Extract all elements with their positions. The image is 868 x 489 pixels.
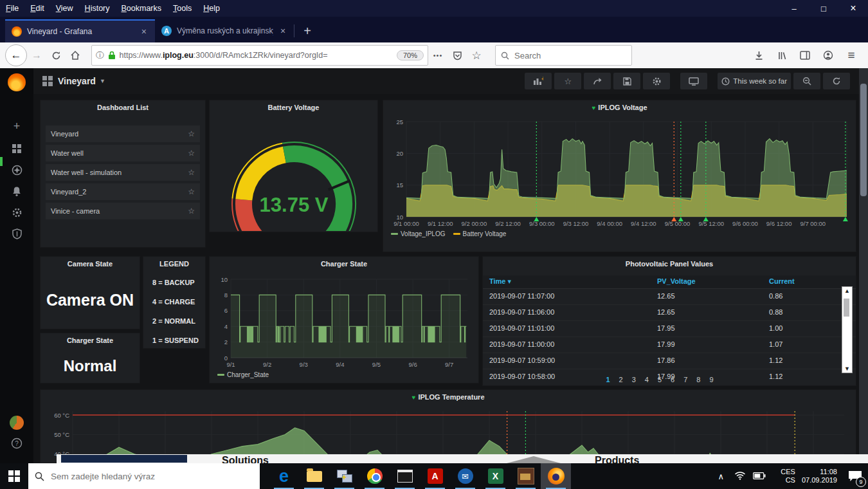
page-3[interactable]: 3 — [632, 376, 636, 383]
server-admin-shield-icon[interactable] — [0, 224, 33, 243]
taskbar-photo-viewer[interactable] — [511, 463, 541, 489]
dashboard-grid-icon[interactable] — [42, 76, 53, 86]
taskbar-search-input[interactable] — [50, 471, 245, 482]
urlbar[interactable]: ⓘ https://www.iplog.eu:3000/d/RAmck1ZRk/… — [91, 45, 428, 66]
downloads-icon[interactable] — [749, 46, 768, 65]
voltage-chart[interactable]: 101520259/1 00:009/1 12:009/2 00:009/2 1… — [387, 118, 852, 228]
menu-help[interactable]: Help — [197, 4, 226, 13]
wifi-icon[interactable] — [730, 471, 750, 482]
reload-button[interactable] — [46, 46, 66, 65]
tray-expand-caret[interactable]: ∧ — [711, 472, 730, 481]
taskbar-edge[interactable]: e — [269, 463, 299, 489]
share-dashboard-button[interactable] — [584, 73, 611, 89]
user-avatar[interactable] — [0, 413, 33, 432]
alerting-bell-icon[interactable] — [0, 181, 33, 201]
panel-title[interactable]: Charger State — [210, 257, 478, 273]
taskbar-firefox[interactable] — [541, 463, 571, 489]
maximize-button[interactable]: □ — [809, 0, 838, 17]
page-9[interactable]: 9 — [709, 376, 713, 383]
cycle-view-mode-button[interactable] — [680, 73, 707, 89]
legend-series[interactable]: Voltage_IPLOG — [401, 230, 446, 237]
panel-title[interactable]: Photovoltaic Panel Values — [483, 257, 856, 273]
taskbar-console[interactable] — [390, 463, 420, 489]
sidebar-toggle-icon[interactable] — [795, 46, 815, 65]
page-8[interactable]: 8 — [696, 376, 700, 383]
panel-title[interactable]: Dashboard List — [41, 100, 205, 116]
grafana-logo-icon[interactable] — [8, 73, 26, 91]
legend-series[interactable]: Charger_State — [227, 371, 269, 378]
star-icon[interactable]: ☆ — [188, 187, 195, 196]
home-button[interactable] — [66, 46, 85, 65]
legend-series[interactable]: Battery Voltage — [463, 230, 507, 237]
scrollbar-thumb[interactable] — [844, 299, 849, 317]
panel-title[interactable]: ♥IPLOG Temperature — [41, 390, 856, 406]
account-icon[interactable] — [818, 46, 838, 65]
dashboard-settings-button[interactable] — [643, 73, 670, 89]
bookmark-star-icon[interactable]: ☆ — [467, 46, 486, 65]
browser-scrollbar[interactable] — [859, 68, 868, 463]
zoom-out-time-button[interactable] — [793, 73, 820, 89]
site-info-icon[interactable]: ⓘ — [96, 50, 104, 61]
close-button[interactable]: × — [838, 0, 868, 17]
back-button[interactable]: ← — [5, 44, 27, 66]
add-icon[interactable]: + — [0, 116, 33, 136]
search-input[interactable] — [513, 50, 606, 61]
taskbar-excel[interactable]: X — [480, 463, 511, 489]
table-scrollbar[interactable]: ▲ ▼ — [842, 286, 853, 373]
menu-history[interactable]: History — [79, 4, 116, 13]
dashboard-title[interactable]: Vineyard — [58, 76, 96, 86]
battery-icon[interactable] — [750, 472, 769, 481]
page-2[interactable]: 2 — [619, 376, 623, 383]
clock-area[interactable]: CESCS 11:0807.09.2019 — [774, 468, 837, 484]
taskbar-chrome[interactable] — [359, 463, 390, 489]
library-icon[interactable] — [772, 46, 791, 65]
panel-title[interactable]: Camera State — [41, 257, 140, 273]
save-dashboard-button[interactable] — [613, 73, 640, 89]
taskbar-remote-desktop[interactable]: + — [329, 463, 359, 489]
panel-title[interactable]: ♥IPLOG Voltage — [383, 100, 856, 116]
dashboards-icon[interactable] — [0, 139, 33, 158]
tab-close-icon[interactable]: × — [140, 26, 149, 37]
star-icon[interactable]: ☆ — [188, 149, 195, 158]
star-icon[interactable]: ☆ — [188, 168, 195, 177]
tab-news-article[interactable]: A Výměna ruských a ukrajinských × — [155, 19, 294, 42]
table-row[interactable]: 2019-09-07 11:01:0017.951.00 — [483, 321, 856, 337]
page-7[interactable]: 7 — [683, 376, 687, 383]
refresh-dashboard-button[interactable] — [823, 73, 850, 89]
column-time[interactable]: Time ▾ — [483, 275, 651, 288]
page-actions-button[interactable]: ••• — [428, 46, 448, 65]
table-row[interactable]: 2019-09-07 11:00:0017.991.07 — [483, 337, 856, 353]
dashboard-link-vineyard-2[interactable]: Vineyard_2☆ — [46, 183, 200, 200]
explore-compass-icon[interactable] — [0, 160, 33, 180]
panel-title[interactable]: Battery Voltage — [210, 100, 377, 116]
star-dashboard-button[interactable]: ☆ — [554, 73, 581, 89]
time-range-picker[interactable]: This week so far — [718, 73, 791, 89]
dashboard-link-vineyard[interactable]: Vineyard☆ — [46, 125, 200, 142]
tab-vineyard-grafana[interactable]: Vineyard - Grafana × — [5, 19, 155, 42]
taskbar-thunderbird[interactable]: ✉ — [450, 463, 480, 489]
notification-center-button[interactable]: 9 — [842, 463, 868, 489]
lock-icon[interactable] — [108, 51, 116, 60]
dashboard-link-vinice-camera[interactable]: Vinice - camera☆ — [46, 203, 200, 219]
page-4[interactable]: 4 — [645, 376, 649, 383]
charger-state-chart[interactable]: 02468109/19/29/39/49/59/69/7 — [214, 274, 474, 369]
menu-edit[interactable]: Edit — [24, 4, 50, 13]
panel-title[interactable]: LEGEND — [143, 257, 205, 273]
forward-button[interactable]: → — [27, 46, 46, 65]
dashboard-link-water-well[interactable]: Water well☆ — [46, 145, 200, 161]
page-6[interactable]: 6 — [671, 376, 674, 383]
menu-bookmarks[interactable]: Bookmarks — [116, 4, 168, 13]
browser-search[interactable] — [495, 45, 632, 66]
help-icon[interactable]: ? — [0, 434, 33, 453]
menu-view[interactable]: View — [50, 4, 79, 13]
add-panel-button[interactable]: + — [525, 73, 552, 89]
star-icon[interactable]: ☆ — [188, 129, 195, 138]
star-icon[interactable]: ☆ — [188, 207, 195, 216]
table-row[interactable]: 2019-09-07 11:06:0012.650.88 — [483, 305, 856, 321]
menu-file[interactable]: File — [0, 4, 24, 13]
page-1[interactable]: 1 — [606, 376, 610, 383]
table-row[interactable]: 2019-09-07 11:07:0012.650.86 — [483, 289, 856, 305]
url-text[interactable]: https://www.iplog.eu:3000/d/RAmck1ZRk/vi… — [120, 51, 328, 60]
column-pv-voltage[interactable]: PV_Voltage — [651, 275, 763, 288]
panel-title[interactable]: Charger State — [41, 333, 140, 349]
